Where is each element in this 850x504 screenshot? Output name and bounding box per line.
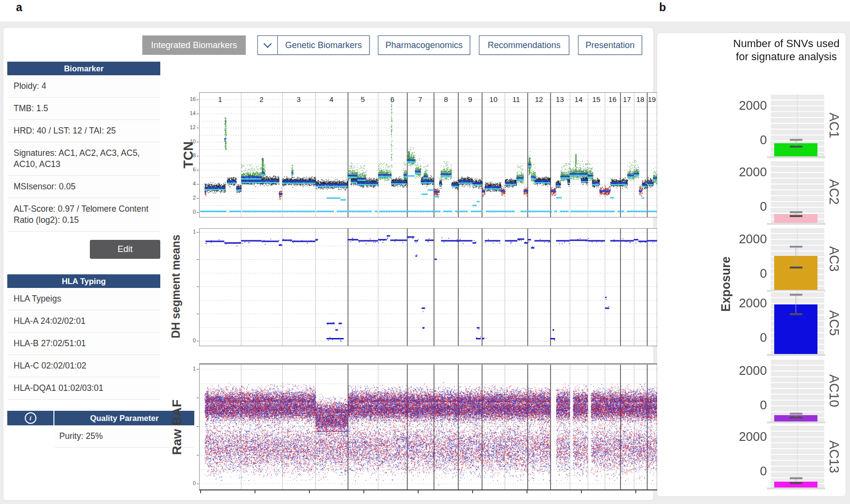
genetic-biomarkers-tab-group: Genetic Biomarkers [257, 35, 370, 55]
exposure-facet-panel [771, 227, 824, 291]
facet-label-ac2: AC2 [825, 160, 842, 224]
ci-dash [790, 139, 802, 141]
exposure-tick-label: 2000 [733, 232, 767, 246]
top-strip [0, 0, 850, 21]
tcn-plot [199, 92, 724, 218]
ci-dash [790, 313, 802, 315]
biomarker-row: ALT-Score: 0.97 / Telomere Content Ratio… [7, 198, 160, 232]
exposure-tick-label: 0 [733, 199, 767, 214]
y-tick-label: 16 [180, 96, 196, 102]
biomarker-row: TMB: 1.5 [7, 98, 160, 120]
hla-row: HLA-A 24:02/02:01 [7, 310, 160, 333]
exposure-facet-panel [771, 359, 824, 422]
exposure-tick-label: 0 [733, 133, 767, 147]
exposure-tick-label: 2000 [733, 98, 767, 113]
hla-row: HLA-DQA1 01:02/03:01 [7, 377, 160, 400]
ci-dash [790, 294, 802, 296]
biomarker-row: Ploidy: 4 [7, 75, 160, 98]
y-tick-mark [197, 455, 199, 455]
x-tick-mark [581, 490, 582, 493]
facet-baseline [767, 223, 825, 225]
y-tick-mark [197, 484, 199, 484]
ci-dash [790, 267, 802, 269]
tab-integrated-biomarkers[interactable]: Integrated Biomarkers [142, 35, 246, 55]
ci-dash [790, 417, 802, 419]
biomarker-row: MSIsensor: 0.05 [7, 176, 160, 198]
hla-row: HLA-B 27:02/51:01 [7, 333, 160, 355]
hla-row: HLA Typeigs [7, 288, 160, 310]
hla-typing-header: HLA Typing [7, 274, 160, 288]
baf-plot [199, 363, 724, 490]
y-tick-label: 8 [180, 152, 196, 158]
y-tick-mark [197, 128, 199, 128]
biomarker-row: Signatures: AC1, AC2, AC3, AC5, AC10, AC… [7, 142, 160, 176]
facet-baseline [767, 354, 825, 356]
y-tick-mark [197, 369, 199, 370]
ci-line [796, 247, 796, 268]
y-tick-label: 0 [180, 337, 196, 343]
y-tick-mark [197, 212, 199, 213]
ci-dash [790, 477, 802, 479]
ci-line [796, 295, 796, 314]
tab-recommendations[interactable]: Recommendations [479, 35, 569, 55]
x-tick-mark [635, 490, 636, 493]
x-tick-mark [472, 490, 473, 493]
quality-info-cell: i [7, 411, 53, 425]
figure-label-a: a [16, 1, 22, 14]
y-tick-mark [197, 100, 199, 100]
y-tick-mark [197, 198, 199, 199]
facet-label-ac13: AC13 [825, 425, 842, 488]
y-tick-label: 1 [180, 229, 196, 235]
ci-dash [790, 146, 802, 148]
info-icon[interactable]: i [25, 412, 36, 424]
tab-pharmacogenomics[interactable]: Pharmacogenomics [378, 35, 470, 55]
y-tick-mark [197, 426, 199, 427]
panel-a: Integrated Biomarkers Genetic Biomarkers… [3, 28, 653, 500]
exposure-facet-panel [771, 94, 824, 157]
x-tick-mark [363, 490, 364, 493]
x-tick-mark [255, 490, 255, 493]
ci-dash [790, 211, 802, 213]
y-tick-label: 4 [180, 181, 196, 186]
chevron-down-icon[interactable] [258, 36, 278, 54]
ci-dash [790, 413, 802, 415]
edit-button[interactable]: Edit [90, 240, 160, 259]
ci-dash [790, 215, 802, 217]
y-tick-label: 12 [180, 124, 196, 130]
x-tick-mark [200, 490, 201, 493]
facet-label-ac1: AC1 [825, 94, 842, 157]
y-tick-mark [197, 232, 199, 233]
exposure-tick-label: 2000 [733, 363, 767, 378]
y-tick-mark [197, 314, 199, 314]
exposure-facet-panel [771, 425, 824, 488]
page: a b Integrated Biomarkers Genetic Biomar… [0, 0, 850, 504]
y-tick-mark [197, 184, 199, 185]
exposure-axis-label: Exposure [719, 211, 733, 357]
y-tick-mark [197, 170, 199, 170]
snv-chart-title: Number of SNVs used for signature analys… [728, 37, 845, 63]
facet-baseline [767, 421, 825, 423]
facet-label-ac3: AC3 [825, 227, 842, 291]
exposure-tick-label: 2000 [733, 165, 767, 179]
y-tick-mark [197, 114, 199, 114]
exposure-facet-panel [771, 160, 824, 224]
exposure-tick-label: 2000 [733, 429, 767, 444]
y-tick-label: 1 [180, 366, 196, 371]
y-tick-mark [197, 142, 199, 142]
tab-genetic-biomarkers[interactable]: Genetic Biomarkers [278, 36, 369, 54]
y-tick-mark [197, 259, 199, 260]
dh-axis-label: DH segment means [170, 223, 184, 350]
biomarker-row: HRD: 40 / LST: 12 / TAI: 25 [7, 120, 160, 142]
exposure-tick-label: 2000 [733, 296, 767, 310]
exposure-tick-label: 0 [733, 398, 767, 412]
biomarker-header: Biomarker [7, 62, 160, 75]
ci-dash [790, 246, 802, 248]
panel-b: Number of SNVs used for signature analys… [657, 33, 846, 496]
facet-baseline [767, 156, 825, 158]
y-tick-label: 0 [180, 480, 196, 486]
y-tick-label: 2 [180, 195, 196, 201]
y-tick-mark [197, 398, 199, 398]
tab-presentation[interactable]: Presentation [578, 35, 642, 55]
y-tick-mark [197, 286, 199, 287]
x-tick-mark [309, 490, 310, 493]
